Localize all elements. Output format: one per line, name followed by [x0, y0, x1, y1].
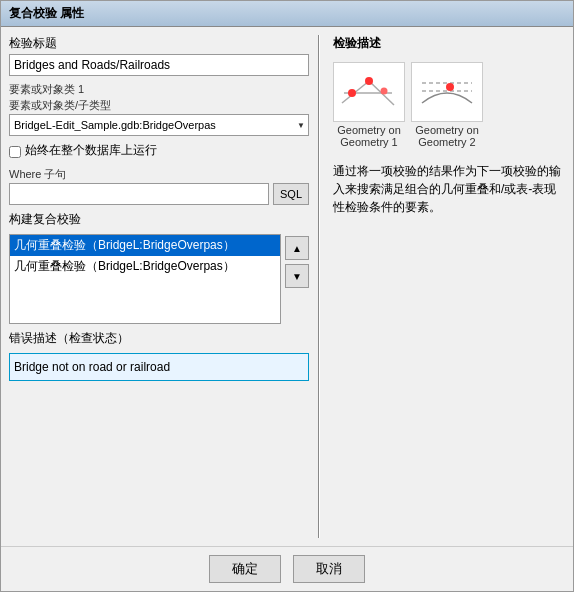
element-label1: 要素或对象类 1	[9, 82, 309, 97]
list-item[interactable]: 几何重叠检验（BridgeL:BridgeOverpas）	[10, 256, 280, 277]
svg-point-5	[381, 88, 388, 95]
error-input[interactable]	[9, 353, 309, 381]
description-text: 通过将一项校验的结果作为下一项校验的输入来搜索满足组合的几何重叠和/或表-表现性…	[333, 162, 565, 216]
svg-point-3	[365, 77, 373, 85]
where-label: Where 子句	[9, 167, 309, 182]
dialog-footer: 确定 取消	[1, 546, 573, 591]
select-wrapper: BridgeL-Edit_Sample.gdb:BridgeOverpas	[9, 114, 309, 136]
geo2-svg	[412, 63, 482, 121]
build-list: 几何重叠检验（BridgeL:BridgeOverpas） 几何重叠检验（Bri…	[9, 234, 281, 324]
where-row: SQL	[9, 183, 309, 205]
geometry-preview: Geometry onGeometry 1	[333, 62, 565, 148]
checkbox-label: 始终在整个数据库上运行	[25, 142, 157, 159]
geo1-canvas	[333, 62, 405, 122]
element-label2: 要素或对象类/子类型	[9, 98, 309, 113]
error-label: 错误描述（检查状态）	[9, 330, 309, 347]
check-title-section: 检验标题	[9, 35, 309, 76]
element-section: 要素或对象类 1 要素或对象类/子类型 BridgeL-Edit_Sample.…	[9, 82, 309, 136]
geo2-box: Geometry onGeometry 2	[411, 62, 483, 148]
vertical-divider	[313, 35, 325, 538]
geo2-canvas	[411, 62, 483, 122]
svg-point-4	[348, 89, 356, 97]
ok-button[interactable]: 确定	[209, 555, 281, 583]
move-down-button[interactable]: ▼	[285, 264, 309, 288]
geo2-label: Geometry onGeometry 2	[415, 124, 479, 148]
sql-button[interactable]: SQL	[273, 183, 309, 205]
up-arrow-icon: ▲	[292, 243, 302, 254]
down-arrow-icon: ▼	[292, 271, 302, 282]
always-run-checkbox[interactable]	[9, 146, 21, 158]
dialog-body: 检验标题 要素或对象类 1 要素或对象类/子类型 BridgeL-Edit_Sa…	[1, 27, 573, 546]
geo1-box: Geometry onGeometry 1	[333, 62, 405, 148]
build-label: 构建复合校验	[9, 211, 309, 228]
where-input[interactable]	[9, 183, 269, 205]
build-section: 构建复合校验 几何重叠检验（BridgeL:BridgeOverpas） 几何重…	[9, 211, 309, 324]
list-item[interactable]: 几何重叠检验（BridgeL:BridgeOverpas）	[10, 235, 280, 256]
check-title-input[interactable]	[9, 54, 309, 76]
svg-point-8	[446, 83, 454, 91]
check-label: 检验标题	[9, 35, 309, 52]
left-panel: 检验标题 要素或对象类 1 要素或对象类/子类型 BridgeL-Edit_Sa…	[9, 35, 309, 538]
divider-line	[318, 35, 320, 538]
error-section: 错误描述（检查状态）	[9, 330, 309, 381]
checkbox-row: 始终在整个数据库上运行	[9, 142, 309, 161]
geo1-label: Geometry onGeometry 1	[337, 124, 401, 148]
right-panel: 检验描述	[329, 35, 565, 538]
element-select[interactable]: BridgeL-Edit_Sample.gdb:BridgeOverpas	[9, 114, 309, 136]
move-up-button[interactable]: ▲	[285, 236, 309, 260]
dialog: 复合校验 属性 检验标题 要素或对象类 1 要素或对象类/子类型 BridgeL…	[0, 0, 574, 592]
build-list-row: 几何重叠检验（BridgeL:BridgeOverpas） 几何重叠检验（Bri…	[9, 234, 309, 324]
title-bar: 复合校验 属性	[1, 1, 573, 27]
cancel-button[interactable]: 取消	[293, 555, 365, 583]
dialog-title: 复合校验 属性	[9, 5, 84, 22]
build-list-buttons: ▲ ▼	[285, 234, 309, 324]
check-desc-label: 检验描述	[333, 35, 565, 52]
where-section: Where 子句 SQL	[9, 167, 309, 205]
geo1-svg	[334, 63, 404, 121]
